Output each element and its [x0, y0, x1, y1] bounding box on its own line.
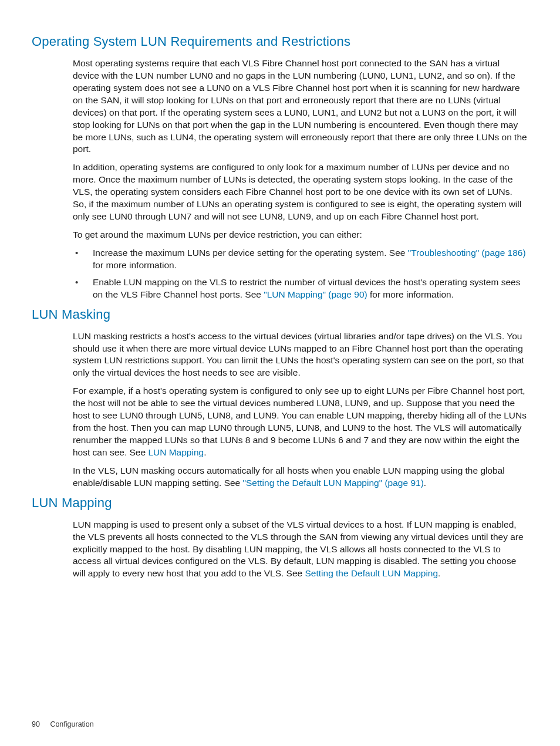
heading-os-lun-requirements: Operating System LUN Requirements and Re…: [32, 34, 528, 49]
heading-lun-masking: LUN Masking: [32, 307, 528, 322]
list-text: Increase the maximum LUNs per device set…: [93, 248, 408, 258]
link-setting-default-lun-mapping[interactable]: "Setting the Default LUN Mapping" (page …: [243, 478, 424, 488]
footer-section-label: Configuration: [50, 720, 93, 728]
bullet-list: Increase the maximum LUNs per device set…: [93, 247, 528, 301]
section-body: LUN masking restricts a host's access to…: [73, 330, 528, 490]
document-page: Operating System LUN Requirements and Re…: [0, 0, 560, 609]
paragraph: In addition, operating systems are confi…: [73, 161, 528, 223]
paragraph: In the VLS, LUN masking occurs automatic…: [73, 465, 528, 490]
paragraph-text: .: [424, 478, 426, 488]
list-item: Increase the maximum LUNs per device set…: [93, 247, 528, 272]
page-footer: 90 Configuration: [32, 720, 94, 728]
paragraph-text: .: [438, 568, 440, 578]
paragraph: LUN masking restricts a host's access to…: [73, 330, 528, 380]
list-text: for more information.: [93, 260, 177, 270]
paragraph-text: .: [204, 447, 206, 457]
link-troubleshooting[interactable]: "Troubleshooting" (page 186): [408, 248, 526, 258]
paragraph: To get around the maximum LUNs per devic…: [73, 229, 528, 241]
link-lun-mapping[interactable]: LUN Mapping: [148, 447, 204, 457]
section-body: Most operating systems require that each…: [73, 58, 528, 241]
paragraph-text: For example, if a host's operating syste…: [73, 386, 527, 457]
list-item: Enable LUN mapping on the VLS to restric…: [93, 276, 528, 301]
list-text: for more information.: [367, 289, 454, 299]
link-setting-default-lun-mapping-2[interactable]: Setting the Default LUN Mapping: [305, 568, 438, 578]
paragraph: For example, if a host's operating syste…: [73, 385, 528, 459]
paragraph: LUN mapping is used to present only a su…: [73, 519, 528, 580]
section-body: LUN mapping is used to present only a su…: [73, 519, 528, 580]
link-lun-mapping-ref[interactable]: "LUN Mapping" (page 90): [264, 289, 367, 299]
paragraph-text: LUN mapping is used to present only a su…: [73, 519, 524, 579]
page-number: 90: [32, 720, 40, 728]
paragraph: Most operating systems require that each…: [73, 58, 528, 156]
heading-lun-mapping: LUN Mapping: [32, 495, 528, 511]
